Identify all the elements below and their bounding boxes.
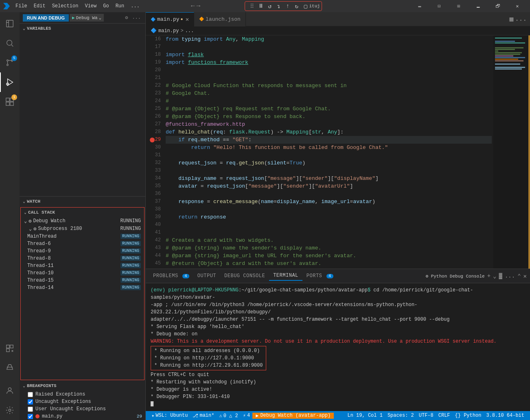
activity-run-debug[interactable] bbox=[0, 72, 20, 92]
panel-tab-problems[interactable]: PROBLEMS 4 bbox=[149, 271, 193, 280]
code-line-31 bbox=[166, 151, 492, 159]
gear-icon: ⚙ bbox=[28, 218, 31, 224]
panel-tab-ports[interactable]: PORTS 4 bbox=[302, 271, 337, 280]
user-uncaught-checkbox[interactable] bbox=[28, 407, 33, 412]
nav-back[interactable]: ← bbox=[191, 2, 195, 10]
call-stack-title[interactable]: ⌄ CALL STACK bbox=[21, 208, 144, 217]
status-git-branch[interactable]: ⎇ main* bbox=[190, 413, 217, 419]
run-icon: ▶ bbox=[72, 15, 75, 20]
call-stack-group-debug-watch[interactable]: ⌄ ⚙ Debug Watch RUNNING bbox=[21, 217, 144, 225]
activity-settings[interactable] bbox=[0, 400, 20, 420]
menu-run[interactable]: Run bbox=[113, 2, 127, 10]
debug-step-into[interactable]: ↴ bbox=[275, 2, 283, 10]
debug-step-out[interactable]: ↑ bbox=[284, 2, 291, 10]
mainpy-tab-close[interactable]: ✕ bbox=[186, 16, 189, 23]
window-controls[interactable]: ▬ ⊟ ⊞ 🗕 🗗 ✕ bbox=[410, 0, 527, 12]
status-debug-session[interactable]: ▶ Debug Watch (avatar-app) bbox=[252, 413, 334, 419]
maximize-button[interactable]: 🗗 bbox=[488, 0, 507, 12]
panel-tab-debug-console[interactable]: DEBUG CONSOLE bbox=[220, 271, 269, 280]
status-encoding[interactable]: UTF-8 bbox=[416, 413, 436, 418]
code-content[interactable]: from typing import Any, Mapping import f… bbox=[164, 35, 493, 269]
debug-play-icon: ▶ bbox=[256, 413, 258, 419]
more-terminal-icon[interactable]: ... bbox=[505, 273, 515, 279]
thread-11[interactable]: Thread-11 RUNNING bbox=[21, 262, 144, 269]
kill-terminal-icon[interactable]: ▓ bbox=[499, 273, 502, 279]
source-control-badge: 5 bbox=[11, 55, 17, 61]
config-label: Debug Wa bbox=[76, 15, 98, 20]
breakpoint-uncaught-exceptions[interactable]: Uncaught Exceptions bbox=[20, 398, 145, 405]
thread-10[interactable]: Thread-10 RUNNING bbox=[21, 269, 144, 277]
call-stack-label: CALL STACK bbox=[28, 210, 55, 215]
thread-9[interactable]: Thread-9 RUNNING bbox=[21, 247, 144, 255]
breadcrumb-file[interactable]: main.py bbox=[158, 28, 179, 34]
breakpoint-mainpy[interactable]: main.py 29 bbox=[20, 413, 145, 420]
debug-pause[interactable]: ⏸ bbox=[257, 2, 265, 10]
add-terminal-icon[interactable]: + bbox=[487, 273, 491, 279]
menu-more[interactable]: ... bbox=[128, 2, 142, 10]
status-live-share[interactable]: ⚡ 4 bbox=[241, 413, 252, 419]
more-actions-icon[interactable]: ... bbox=[131, 14, 142, 22]
config-selector[interactable]: ▶ Debug Wa ⌄ bbox=[70, 14, 104, 22]
status-wsl[interactable]: ✦ WSL: Ubuntu bbox=[149, 413, 190, 419]
debug-step-over[interactable]: ↺ bbox=[266, 2, 274, 10]
activity-account[interactable] bbox=[0, 381, 20, 400]
breakpoint-raised-exceptions[interactable]: Raised Exceptions bbox=[20, 391, 145, 398]
maximize-panel-icon[interactable]: ⌃ bbox=[517, 273, 521, 280]
breadcrumb-more[interactable]: ... bbox=[185, 28, 194, 34]
debug-stop[interactable]: ▢ bbox=[302, 2, 309, 10]
thread-8[interactable]: Thread-8 RUNNING bbox=[21, 255, 144, 262]
minimize-button[interactable]: 🗕 bbox=[469, 0, 488, 12]
grid-icon[interactable]: ⊞ bbox=[449, 0, 468, 12]
split-editor-icon[interactable]: ▦ bbox=[510, 15, 514, 23]
close-button[interactable]: ✕ bbox=[508, 0, 527, 12]
status-errors[interactable]: ⚠ 0 △ 2 bbox=[217, 413, 240, 419]
thread-15[interactable]: Thread-15 RUNNING bbox=[21, 277, 144, 284]
tab-mainpy[interactable]: 🔷 main.py ● ✕ bbox=[146, 12, 194, 26]
mainpy-checkbox[interactable] bbox=[28, 414, 33, 419]
watch-section-title[interactable]: ⌄ WATCH bbox=[20, 197, 145, 206]
uncaught-exceptions-label: Uncaught Exceptions bbox=[35, 399, 91, 405]
uncaught-exceptions-checkbox[interactable] bbox=[28, 399, 33, 405]
split-terminal-icon[interactable]: ⌄ bbox=[493, 273, 496, 280]
panel-tab-output[interactable]: OUTPUT bbox=[193, 271, 220, 280]
nav-forward[interactable]: → bbox=[196, 2, 200, 10]
activity-testing[interactable] bbox=[0, 358, 20, 378]
split-icon[interactable]: ⊟ bbox=[430, 0, 449, 12]
panel-tab-terminal[interactable]: TERMINAL bbox=[269, 271, 302, 281]
activity-explorer[interactable] bbox=[0, 14, 20, 33]
breakpoints-section-title[interactable]: ⌄ BREAKPOINTS bbox=[20, 381, 145, 391]
menu-bar[interactable]: File Edit Selection View Go Run ... bbox=[13, 2, 142, 10]
menu-go[interactable]: Go bbox=[101, 2, 111, 10]
more-tabs-icon[interactable]: ... bbox=[515, 15, 527, 23]
tab-launch-json[interactable]: 🔶 launch.json bbox=[194, 12, 246, 26]
activity-search[interactable] bbox=[0, 33, 20, 53]
thread-mainthread[interactable]: MainThread RUNNING bbox=[21, 233, 144, 240]
settings-icon[interactable]: ⚙ bbox=[124, 14, 129, 22]
debug-restart[interactable]: ↻ bbox=[293, 2, 300, 10]
call-stack-group-subprocess[interactable]: ⌄ ⚙ Subprocess 2180 RUNNING bbox=[21, 225, 144, 233]
menu-view[interactable]: View bbox=[82, 2, 99, 10]
minimap-scrollbar[interactable] bbox=[528, 35, 530, 269]
activity-extensions[interactable]: 1 bbox=[0, 92, 20, 112]
breakpoint-user-uncaught[interactable]: User Uncaught Exceptions bbox=[20, 405, 145, 413]
status-language[interactable]: {} Python bbox=[453, 413, 484, 418]
ln-33: 33 bbox=[149, 167, 161, 175]
menu-edit[interactable]: Edit bbox=[31, 2, 48, 10]
terminal-content[interactable]: (env) pierrick@LAPTOP-HKU5PNNG:~/git/goo… bbox=[146, 283, 530, 411]
variables-section-title[interactable]: ⌄ VARIABLES bbox=[20, 24, 145, 33]
status-cursor-pos[interactable]: Ln 19, Col 1 bbox=[345, 413, 385, 418]
status-indent[interactable]: Spaces: 2 bbox=[385, 413, 416, 418]
raised-exceptions-checkbox[interactable] bbox=[28, 392, 33, 397]
thread-6[interactable]: Thread-6 RUNNING bbox=[21, 240, 144, 247]
status-python-version[interactable]: 3.8.10 64-bit bbox=[484, 413, 527, 418]
run-debug-button[interactable]: RUN AND DEBUG bbox=[23, 14, 69, 22]
layout-icon[interactable]: ▬ bbox=[410, 0, 429, 12]
status-line-ending[interactable]: CRLF bbox=[436, 413, 453, 418]
thread-14[interactable]: Thread-14 RUNNING bbox=[21, 284, 144, 291]
activity-source-control[interactable]: 5 bbox=[0, 53, 20, 72]
terminal-line-active: * Debugger is active! bbox=[151, 386, 525, 393]
close-panel-icon[interactable]: ✕ bbox=[523, 273, 527, 280]
activity-remote[interactable] bbox=[0, 339, 20, 358]
menu-file[interactable]: File bbox=[13, 2, 30, 10]
menu-selection[interactable]: Selection bbox=[50, 2, 81, 10]
